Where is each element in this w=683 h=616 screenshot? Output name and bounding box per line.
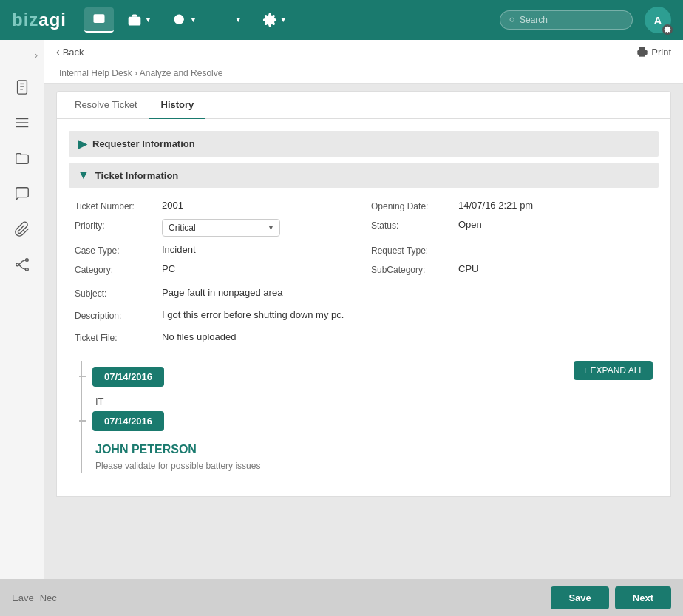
nav-search-button[interactable]: ▼ xyxy=(165,8,204,32)
sidebar-item-folder[interactable] xyxy=(6,142,38,175)
timeline-entry-0: 07/14/2016 xyxy=(92,367,653,390)
priority-label: Priority: xyxy=(75,219,156,231)
logo-text2: agi xyxy=(38,10,67,30)
back-chevron-icon: ‹ xyxy=(56,46,60,58)
svg-point-8 xyxy=(510,18,514,21)
nav-settings-button[interactable]: ▼ xyxy=(255,8,294,32)
svg-rect-1 xyxy=(129,17,141,26)
priority-select[interactable]: Critical High Medium Low xyxy=(162,219,280,237)
svg-point-19 xyxy=(25,259,28,262)
next-button[interactable]: Next xyxy=(615,586,671,609)
timeline-label-1: IT xyxy=(95,393,104,410)
save-button[interactable]: Save xyxy=(551,586,608,609)
nav-reports-button[interactable]: ▼ xyxy=(210,8,249,32)
tabs-container: Resolve Ticket History xyxy=(56,91,671,119)
briefcase-icon xyxy=(127,13,142,27)
list-icon xyxy=(14,115,30,131)
nav-cases-button[interactable]: ▼ xyxy=(120,8,159,32)
subcategory-label: SubCategory: xyxy=(371,263,452,275)
ticket-file-value: No files uploaded xyxy=(162,331,236,342)
tabs-row: Resolve Ticket History xyxy=(57,92,670,119)
print-button[interactable]: Print xyxy=(636,46,671,58)
save-label: Save xyxy=(568,592,591,603)
search-input[interactable] xyxy=(520,15,623,25)
description-value: I got this error before shutting down my… xyxy=(162,309,344,320)
print-label: Print xyxy=(651,47,671,58)
ticket-number-value: 2001 xyxy=(162,200,183,211)
tab-resolve-ticket[interactable]: Resolve Ticket xyxy=(63,92,149,119)
svg-rect-11 xyxy=(17,81,27,94)
avatar-badge xyxy=(662,24,673,35)
svg-line-23 xyxy=(22,260,26,262)
requester-expand-icon: ▶ xyxy=(78,137,86,151)
category-value: PC xyxy=(162,263,175,274)
case-type-value: Incident xyxy=(162,244,196,255)
bottom-bar-left: Eave Nec xyxy=(12,592,545,603)
category-label: Category: xyxy=(75,263,156,275)
settings-chevron: ▼ xyxy=(280,16,287,24)
back-link[interactable]: ‹ Back xyxy=(56,46,84,58)
svg-point-20 xyxy=(25,268,28,271)
form-content: ▶ Requester Information ▼ Ticket Informa… xyxy=(56,119,671,497)
category-field: Category: PC xyxy=(75,263,356,275)
nav-inbox-button[interactable] xyxy=(84,7,114,33)
folder-icon xyxy=(14,150,30,166)
ticket-section-header[interactable]: ▼ Ticket Information xyxy=(69,163,659,188)
ticket-section-title: Ticket Information xyxy=(95,170,178,181)
breadcrumb-text: Internal Help Desk › Analyze and Resolve xyxy=(59,68,222,78)
description-field: Description: I got this error before shu… xyxy=(69,306,659,324)
settings-small-icon xyxy=(664,26,671,33)
bottom-spacer xyxy=(44,497,683,509)
search-box-icon xyxy=(509,15,515,25)
sidebar-collapse[interactable]: › xyxy=(0,47,44,64)
request-type-field: Request Type: xyxy=(371,244,653,256)
svg-point-2 xyxy=(174,15,183,24)
tab-history[interactable]: History xyxy=(149,92,206,119)
subcategory-field: SubCategory: CPU xyxy=(371,263,653,275)
document-icon xyxy=(14,79,30,95)
next-label: Next xyxy=(633,592,653,603)
content-area: ‹ Back Print Internal Help Desk › Analyz… xyxy=(44,40,683,579)
status-value: Open xyxy=(458,219,482,230)
printer-icon xyxy=(636,46,648,58)
sidebar-item-attachment[interactable] xyxy=(6,213,38,246)
timeline-vertical-line xyxy=(81,361,82,473)
case-type-field: Case Type: Incident xyxy=(75,244,356,256)
bottom-label-eave: Eave xyxy=(12,592,34,603)
sidebar-item-workflow[interactable] xyxy=(6,248,38,281)
breadcrumb: Internal Help Desk › Analyze and Resolve xyxy=(44,64,683,83)
requester-section-header[interactable]: ▶ Requester Information xyxy=(69,131,659,157)
svg-point-18 xyxy=(16,263,18,266)
status-field: Status: Open xyxy=(371,219,653,237)
ticket-file-field: Ticket File: No files uploaded xyxy=(69,328,659,346)
timeline-entry-3: JOHN PETERSON Please validate for possib… xyxy=(92,440,653,473)
tab-resolve-label: Resolve Ticket xyxy=(75,99,137,110)
gear-icon xyxy=(262,13,277,27)
ticket-number-field: Ticket Number: 2001 xyxy=(75,200,356,211)
sidebar-item-chat[interactable] xyxy=(6,177,38,210)
timeline-container: 07/14/2016 IT 07/14/2016 JOHN PETERSON xyxy=(75,361,653,473)
priority-field: Priority: Critical High Medium Low xyxy=(75,219,356,237)
ticket-file-label: Ticket File: xyxy=(75,331,156,343)
timeline-date-0: 07/14/2016 xyxy=(92,367,164,387)
status-label: Status: xyxy=(371,219,452,231)
workflow-icon xyxy=(14,257,30,273)
back-label: Back xyxy=(63,47,84,58)
timeline-connector-2 xyxy=(79,420,86,422)
subject-value: Page fault in nonpaged area xyxy=(162,287,282,298)
timeline-connector-0 xyxy=(79,376,86,377)
ticket-expand-icon: ▼ xyxy=(78,169,89,182)
back-print-row: ‹ Back Print xyxy=(44,40,683,64)
search-box xyxy=(500,10,633,30)
sidebar-item-list[interactable] xyxy=(6,106,38,139)
subject-field: Subject: Page fault in nonpaged area xyxy=(69,284,659,302)
bottom-bar: Eave Nec Save Next xyxy=(0,579,683,616)
ticket-fields-grid: Ticket Number: 2001 Opening Date: 14/07/… xyxy=(69,191,659,284)
timeline-entry-2: 07/14/2016 xyxy=(92,411,653,434)
collapse-button[interactable]: › xyxy=(35,50,38,61)
sidebar-item-document[interactable] xyxy=(6,71,38,104)
svg-line-22 xyxy=(18,265,22,268)
avatar[interactable]: A xyxy=(645,7,671,33)
sidebar: › xyxy=(0,40,44,579)
inbox-icon xyxy=(92,12,106,27)
